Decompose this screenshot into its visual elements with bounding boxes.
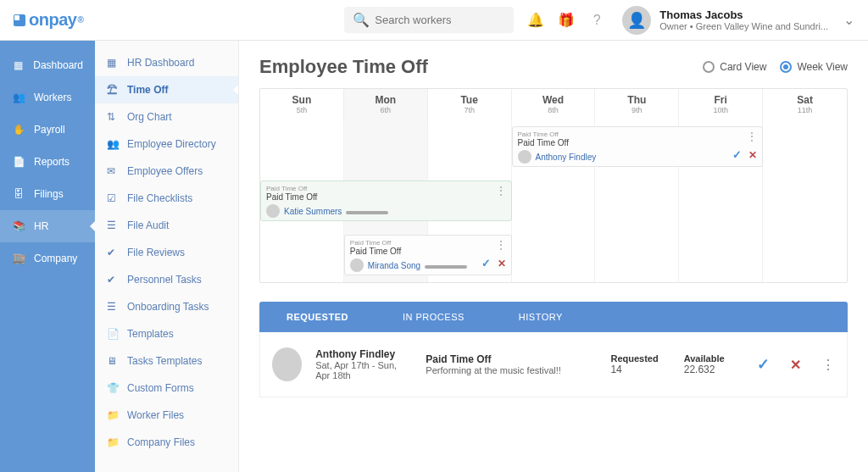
sub-item-file-reviews[interactable]: ✔File Reviews [95,239,238,266]
avatar-icon [350,258,364,272]
gift-icon[interactable]: 🎁 [551,5,581,36]
sidebar-item-company[interactable]: 🏬Company [0,242,95,275]
avatar-icon [518,150,531,164]
request-employee-name: Anthony Findley [315,348,412,360]
approve-icon[interactable]: ✓ [481,257,491,269]
app-header: onpay® 🔍 🔔 🎁 ? 👤 Thomas Jacobs Owner • G… [0,0,868,41]
payroll-icon: ✋ [12,124,25,136]
kebab-icon[interactable]: ⋮ [747,130,757,142]
kebab-icon[interactable]: ⋮ [496,239,506,251]
main-sidebar: ▦Dashboard 👥Workers ✋Payroll 📄Reports 🗄F… [0,41,95,472]
requested-label: Requested [610,353,670,364]
sub-item-custom-forms[interactable]: 👕Custom Forms [95,375,238,402]
week-view-option[interactable]: Week View [780,61,848,73]
search-box[interactable]: 🔍 [344,7,514,33]
sub-item-templates[interactable]: 📄Templates [95,320,238,347]
search-icon: 🔍 [353,12,370,28]
day-header: Sun5th [260,89,344,121]
brand-name: onpay [29,10,76,30]
request-type: Paid Time Off [426,353,597,365]
sub-item-file-checklists[interactable]: ☑File Checklists [95,185,238,212]
sidebar-item-dashboard[interactable]: ▦Dashboard [0,49,95,81]
sidebar-item-reports[interactable]: 📄Reports [0,146,95,178]
sub-item-worker-files[interactable]: 📁Worker Files [95,402,238,429]
day-header: Wed8th [512,89,596,121]
day-header-today: Mon6th [344,89,428,121]
avatar [272,347,302,381]
brand-logo[interactable]: onpay® [14,10,83,30]
request-note: Performing at the music festival!! [426,365,597,375]
sidebar-item-payroll[interactable]: ✋Payroll [0,114,95,146]
card-view-option[interactable]: Card View [703,61,766,73]
sub-item-tasks-templates[interactable]: 🖥Tasks Templates [95,347,238,375]
kebab-icon[interactable]: ⋮ [496,185,506,197]
request-tabs: REQUESTED IN PROCESS HISTORY [259,302,848,332]
user-menu[interactable]: 👤 Thomas Jacobs Owner • Green Valley Win… [622,6,854,35]
search-input[interactable] [375,14,505,26]
logo-icon [14,14,25,26]
day-header: Sat11th [763,89,847,121]
radio-checked-icon [780,61,792,73]
sub-item-hr-dashboard[interactable]: ▦HR Dashboard [95,49,238,76]
deny-icon[interactable]: ✕ [748,149,757,161]
more-icon[interactable]: ⋮ [821,357,835,373]
user-role: Owner • Green Valley Wine and Sundri... [659,21,828,31]
request-row: Anthony Findley Sat, Apr 17th - Sun, Apr… [259,332,848,397]
timeoff-event-anthony[interactable]: Paid Time Off Paid Time Off Anthony Find… [512,126,764,167]
sidebar-item-workers[interactable]: 👥Workers [0,81,95,114]
company-icon: 🏬 [12,253,25,264]
avatar: 👤 [622,6,651,35]
week-calendar: Sun5th Mon6th Tue7th Wed8th Thu9th Fri10… [259,88,848,283]
sub-item-employee-offers[interactable]: ✉Employee Offers [95,158,238,185]
user-name: Thomas Jacobs [659,8,828,21]
approve-button[interactable]: ✓ [757,355,770,374]
radio-icon [703,61,715,73]
sub-item-onboarding-tasks[interactable]: ☰Onboarding Tasks [95,293,238,320]
sub-item-employee-directory[interactable]: 👥Employee Directory [95,130,238,158]
day-header: Tue7th [428,89,512,121]
tab-in-process[interactable]: IN PROCESS [376,302,492,332]
page-title: Employee Time Off [259,56,428,78]
chevron-down-icon: ⌄ [843,12,854,28]
sidebar-item-hr[interactable]: 📚HR [0,210,95,242]
day-header: Fri10th [679,89,763,121]
sub-item-time-off[interactable]: ⛱Time Off [95,76,238,103]
request-dates: Sat, Apr 17th - Sun, Apr 18th [315,360,412,380]
timeoff-event-miranda[interactable]: Paid Time Off Paid Time Off Miranda Song… [344,235,512,275]
workers-icon: 👥 [12,92,25,103]
available-label: Available [684,353,743,364]
hr-icon: 📚 [12,220,25,232]
avatar-icon [266,204,280,218]
tab-requested[interactable]: REQUESTED [259,302,376,332]
available-value: 22.632 [684,364,743,375]
sub-item-personnel-tasks[interactable]: ✔Personnel Tasks [95,266,238,293]
sub-item-file-audit[interactable]: ☰File Audit [95,212,238,239]
deny-button[interactable]: ✕ [790,357,801,373]
notifications-icon[interactable]: 🔔 [520,5,551,36]
timeoff-event-katie[interactable]: Paid Time Off Paid Time Off Katie Summer… [260,180,512,221]
filings-icon: 🗄 [12,188,25,200]
sub-item-org-chart[interactable]: ⇅Org Chart [95,103,238,130]
sidebar-item-filings[interactable]: 🗄Filings [0,178,95,210]
sub-sidebar: ▦HR Dashboard ⛱Time Off ⇅Org Chart 👥Empl… [95,41,239,472]
tab-history[interactable]: HISTORY [492,302,590,332]
dashboard-icon: ▦ [12,59,25,71]
day-header: Thu9th [595,89,679,121]
help-icon[interactable]: ? [581,5,612,36]
sub-item-company-files[interactable]: 📁Company Files [95,429,238,456]
requested-value: 14 [610,364,670,375]
main-content: Employee Time Off Card View Week View Su… [239,41,868,472]
reports-icon: 📄 [12,156,25,168]
deny-icon[interactable]: ✕ [498,258,506,269]
view-toggle: Card View Week View [703,61,848,73]
approve-icon[interactable]: ✓ [732,148,742,161]
